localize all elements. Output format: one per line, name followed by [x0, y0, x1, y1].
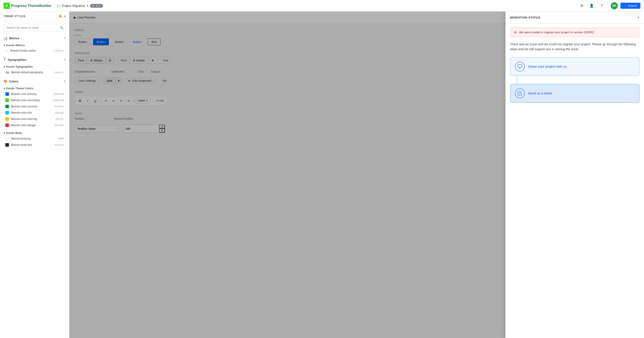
typography-ag-icon: Ag [5, 71, 9, 74]
search-container: 🔍 [4, 24, 66, 31]
migration-panel: MIGRATION STATUS × ⊗ We were unable to m… [505, 12, 644, 338]
colors-subsection: ▾ Kendo Theme Colors $kendo-color-primar… [0, 86, 69, 150]
chevron-down-icon: ▾ [4, 44, 5, 47]
sidebar-header-icons: 🎨 ▾ [59, 15, 66, 18]
expand-icon[interactable]: ▾ [64, 15, 66, 18]
sidebar-title: THEME STYLES [4, 15, 26, 18]
typography-icon: T [4, 58, 6, 62]
migration-body: There was an issue and we could not migr… [506, 37, 644, 338]
list-item[interactable]: $kendo-color-primary #0d67fdff [4, 91, 66, 97]
sidebar-item-typographies[interactable]: T Typographies + [0, 55, 69, 64]
list-item[interactable]: $kendo-color-secondary #39de15ff [4, 97, 66, 103]
search-input[interactable] [4, 24, 66, 31]
metrics-subsection: ▾ Kendo Metrics ↔ $kendo-border-radius 0… [0, 42, 69, 55]
sidebar: THEME STYLES 🎨 ▾ 🔍 📊 Metrics + ▾ Kendo M… [0, 12, 69, 338]
version-badge: R1 2023 [90, 4, 103, 7]
main-layout: THEME STYLES 🎨 ▾ 🔍 📊 Metrics + ▾ Kendo M… [0, 12, 644, 338]
color-swatch-success [5, 105, 9, 108]
sidebar-header: THEME STYLES 🎨 ▾ [0, 12, 69, 21]
sidebar-item-label: Typographies [8, 58, 26, 61]
add-metrics-button[interactable]: + [64, 36, 66, 40]
content-area: ▶ Live Preview Buttons Button Button But… [69, 12, 644, 338]
nav-divider-2 [608, 3, 608, 8]
migration-overlay: MIGRATION STATUS × ⊗ We were unable to m… [69, 12, 644, 338]
color-swatch-danger [5, 124, 9, 127]
chevron-down-icon: ▾ [4, 65, 5, 68]
close-panel-button[interactable]: × [637, 15, 640, 20]
color-swatch-primary [5, 92, 9, 96]
add-color-button[interactable]: + [64, 79, 66, 83]
add-typography-button[interactable]: + [64, 58, 66, 62]
list-item[interactable]: $kendo-body-bg #ffffff [4, 136, 66, 142]
list-item[interactable]: $kendo-color-danger #dc3545 [4, 122, 66, 128]
migration-header: MIGRATION STATUS × [506, 12, 644, 24]
error-circle-icon: ⊗ [514, 30, 517, 34]
error-message: We were unable to migrate your project t… [519, 31, 594, 34]
app-name: Progress ThemeBuilder [11, 4, 52, 8]
colors-icon: 🎨 [4, 79, 8, 83]
svg-rect-0 [518, 65, 522, 68]
list-item[interactable]: ↔ $kendo-border-radius 0.375rem [4, 48, 66, 54]
color-swatch-warning [5, 117, 9, 121]
chevron-down-icon: ▾ [4, 87, 5, 90]
color-swatch-secondary [5, 98, 9, 102]
sidebar-item-colors[interactable]: 🎨 Colors + [0, 77, 69, 86]
project-chevron-icon: ▼ [86, 4, 89, 7]
kendo-typographies-title: ▾ Kendo Typographies [4, 64, 66, 69]
sidebar-item-label: Metrics [9, 37, 20, 40]
sidebar-item-label: Colors [9, 80, 18, 83]
project-name: Project Migration [62, 4, 85, 7]
nav-divider [54, 3, 54, 8]
migration-description: There was an issue and we could not migr… [510, 42, 640, 52]
border-radius-icon: ↔ [5, 49, 8, 52]
send-ticket-label: Send us a ticket [528, 91, 552, 95]
search-icon: 🔍 [60, 26, 63, 29]
send-ticket-icon [515, 88, 525, 98]
list-item[interactable]: Ag $kendo-default-typography 1rem/1.5 [4, 69, 66, 75]
color-swatch-body-bg [5, 137, 9, 141]
palette-icon[interactable]: 🎨 [59, 15, 62, 18]
color-swatch-info [5, 111, 9, 115]
help-button[interactable]: ? [598, 2, 605, 9]
kendo-theme-colors-title: ▾ Kendo Theme Colors [4, 86, 66, 91]
list-item[interactable]: $kendo-body-text #212529 [4, 142, 66, 148]
connector-line [517, 76, 518, 84]
chevron-down-icon: ▾ [4, 132, 5, 135]
list-item[interactable]: $kendo-color-info #0dcaf0 [4, 110, 66, 116]
share-project-label: Share your project with us [528, 64, 567, 68]
add-user-button[interactable]: 👤 [588, 2, 595, 9]
export-icon: → [624, 4, 627, 7]
share-project-icon [515, 62, 525, 71]
error-banner: ⊗ We were unable to migrate your project… [510, 27, 640, 37]
send-ticket-card[interactable]: Send us a ticket [510, 84, 640, 103]
top-navigation: P Progress ThemeBuilder {↑} Project Migr… [0, 0, 644, 12]
kendo-metrics-title: ▾ Kendo Metrics [4, 42, 66, 48]
sidebar-item-metrics[interactable]: 📊 Metrics + [0, 34, 69, 42]
color-swatch-body-text [5, 143, 9, 147]
export-button[interactable]: → Export [620, 3, 640, 9]
settings-button[interactable]: ⚙ [578, 2, 586, 9]
list-item[interactable]: $kendo-color-warning #ffc107 [4, 116, 66, 122]
kendo-body-title: ▾ Kendo Body [4, 130, 66, 136]
share-project-card[interactable]: Share your project with us [510, 57, 640, 76]
project-selector[interactable]: {↑} Project Migration ▼ R1 2023 [57, 4, 103, 7]
typographies-subsection: ▾ Kendo Typographies Ag $kendo-default-t… [0, 64, 69, 77]
metrics-icon: 📊 [4, 36, 8, 40]
app-logo[interactable]: P Progress ThemeBuilder [4, 3, 52, 9]
list-item[interactable]: $kendo-color-success #198754 [4, 103, 66, 110]
migration-title: MIGRATION STATUS [510, 16, 540, 19]
logo-icon: P [4, 3, 10, 9]
avatar[interactable]: RK [611, 2, 618, 9]
